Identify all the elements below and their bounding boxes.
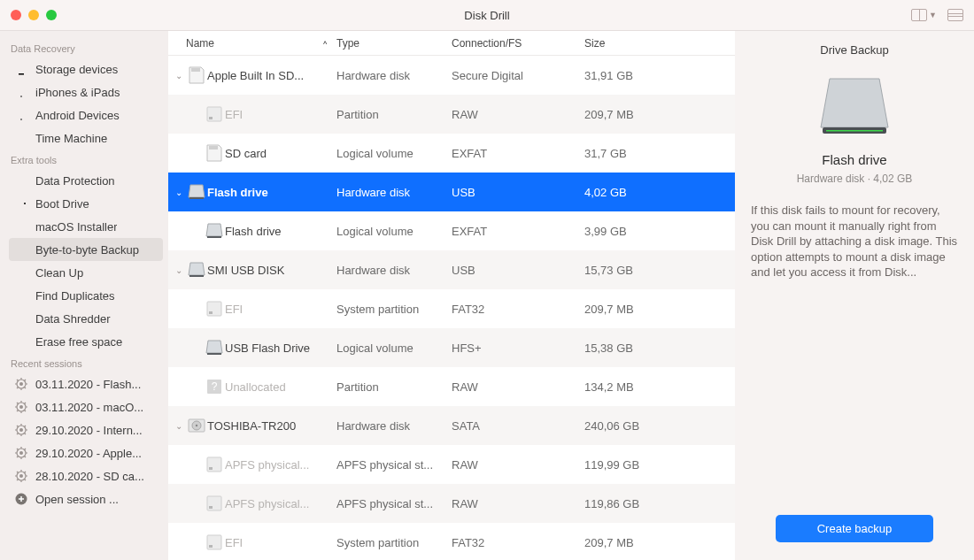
x-icon bbox=[14, 219, 28, 234]
row-type: Hardware disk bbox=[336, 264, 452, 277]
sidebar-item[interactable]: Data Protection bbox=[9, 169, 163, 192]
sidebar-item[interactable]: Clean Up bbox=[9, 261, 163, 284]
expand-toggle-icon[interactable]: ⌄ bbox=[172, 188, 186, 197]
row-connection: USB bbox=[452, 264, 578, 277]
phone-icon bbox=[14, 108, 28, 122]
row-name: Apple Built In SD... bbox=[207, 69, 336, 82]
column-connection[interactable]: Connection/FS bbox=[452, 37, 578, 50]
table-row[interactable]: UnallocatedPartitionRAW134,2 MB bbox=[168, 367, 735, 406]
table-row[interactable]: EFIPartitionRAW209,7 MB bbox=[168, 95, 735, 134]
sidebar-item[interactable]: Erase free space bbox=[9, 330, 163, 353]
disk-icon bbox=[204, 455, 225, 474]
sidebar-item[interactable]: Data Shredder bbox=[9, 307, 163, 330]
column-type[interactable]: Type bbox=[336, 37, 452, 50]
sidebar-item[interactable]: Time Machine bbox=[9, 127, 163, 150]
view-mode-columns-icon[interactable] bbox=[947, 9, 963, 21]
table-row[interactable]: ⌄Flash driveHardware diskUSB4,02 GB bbox=[168, 173, 735, 211]
zoom-window-button[interactable] bbox=[46, 10, 57, 20]
table-row[interactable]: EFISystem partitionFAT32209,7 MB bbox=[168, 523, 735, 560]
close-window-button[interactable] bbox=[11, 10, 21, 20]
row-connection: RAW bbox=[452, 108, 578, 121]
expand-toggle-icon[interactable]: ⌄ bbox=[172, 421, 186, 431]
sidebar-item[interactable]: 29.10.2020 - Apple... bbox=[9, 441, 163, 464]
sidebar-item-label: Data Shredder bbox=[35, 312, 111, 326]
row-name: SMI USB DISK bbox=[207, 264, 336, 277]
sidebar-item-label: 29.10.2020 - Apple... bbox=[35, 447, 142, 460]
sidebar-item[interactable]: 28.10.2020 - SD ca... bbox=[9, 464, 163, 487]
row-connection: RAW bbox=[452, 497, 578, 510]
minimize-window-button[interactable] bbox=[28, 10, 39, 20]
row-connection: EXFAT bbox=[452, 147, 578, 160]
disk-icon bbox=[186, 182, 207, 202]
row-name: TOSHIBA-TR200 bbox=[207, 419, 336, 433]
gear-icon bbox=[14, 423, 28, 437]
row-name: EFI bbox=[225, 536, 336, 549]
sidebar-item[interactable]: Find Duplicates bbox=[9, 284, 163, 307]
row-name: Flash drive bbox=[225, 225, 336, 238]
table-row[interactable]: SD cardLogical volumeEXFAT31,7 GB bbox=[168, 134, 735, 173]
row-name: Flash drive bbox=[207, 186, 336, 199]
row-type: System partition bbox=[336, 303, 452, 316]
window-title: Disk Drill bbox=[0, 9, 974, 22]
sidebar-item-label: 29.10.2020 - Intern... bbox=[35, 424, 143, 437]
disk-icon bbox=[204, 299, 225, 318]
table-row[interactable]: Flash driveLogical volumeEXFAT3,99 GB bbox=[168, 211, 735, 250]
table-row[interactable]: ⌄Apple Built In SD...Hardware diskSecure… bbox=[168, 56, 735, 95]
row-size: 15,73 GB bbox=[578, 264, 735, 277]
sort-caret-icon: ∧ bbox=[322, 40, 328, 45]
sidebar-item[interactable]: Byte-to-byte Backup bbox=[9, 238, 163, 261]
sidebar-item[interactable]: Boot Drive bbox=[9, 192, 163, 215]
detail-drive-sub: Hardware disk · 4,02 GB bbox=[797, 173, 913, 185]
row-type: APFS physical st... bbox=[336, 458, 452, 472]
row-size: 119,99 GB bbox=[578, 458, 735, 472]
sidebar-item[interactable]: Storage devices bbox=[9, 58, 163, 81]
drive-icon bbox=[14, 196, 28, 211]
column-name[interactable]: Name∧ bbox=[186, 37, 336, 50]
disk-icon bbox=[204, 377, 225, 396]
sidebar-item[interactable]: macOS Installer bbox=[9, 215, 163, 238]
sidebar-item-label: Clean Up bbox=[35, 266, 83, 280]
view-mode-list-icon[interactable] bbox=[911, 9, 927, 21]
sidebar-item[interactable]: iPhones & iPads bbox=[9, 81, 163, 104]
sidebar-item[interactable]: 03.11.2020 - Flash... bbox=[9, 372, 163, 395]
table-row[interactable]: APFS physical...APFS physical st...RAW11… bbox=[168, 484, 735, 523]
sidebar-item-label: Open session ... bbox=[35, 493, 119, 506]
table-row[interactable]: USB Flash DriveLogical volumeHFS+15,38 G… bbox=[168, 328, 735, 367]
row-connection: EXFAT bbox=[452, 225, 578, 238]
sidebar-item[interactable]: 03.11.2020 - macO... bbox=[9, 395, 163, 418]
chevron-down-icon[interactable]: ▼ bbox=[929, 11, 937, 19]
titlebar: Disk Drill ▼ bbox=[0, 0, 974, 31]
sidebar-item-label: Find Duplicates bbox=[35, 289, 115, 303]
row-name: APFS physical... bbox=[225, 458, 336, 472]
table-row[interactable]: EFISystem partitionFAT32209,7 MB bbox=[168, 289, 735, 328]
sidebar-item-label: 28.10.2020 - SD ca... bbox=[35, 470, 144, 483]
sidebar: Data RecoveryStorage devicesiPhones & iP… bbox=[0, 31, 168, 560]
row-type: Hardware disk bbox=[336, 186, 452, 199]
create-backup-button[interactable]: Create backup bbox=[776, 515, 933, 542]
row-connection: RAW bbox=[452, 458, 578, 472]
table-header: Name∧ Type Connection/FS Size bbox=[168, 31, 735, 56]
row-size: 31,7 GB bbox=[578, 147, 735, 160]
row-size: 15,38 GB bbox=[578, 341, 735, 355]
table-row[interactable]: APFS physical...APFS physical st...RAW11… bbox=[168, 445, 735, 484]
sidebar-item-label: Time Machine bbox=[35, 132, 107, 145]
clock-icon bbox=[14, 131, 28, 145]
disk-icon bbox=[186, 65, 207, 85]
detail-description: If this disk fails to mount for recovery… bbox=[751, 203, 958, 280]
row-size: 3,99 GB bbox=[578, 225, 735, 238]
expand-toggle-icon[interactable]: ⌄ bbox=[172, 265, 186, 275]
sidebar-item[interactable]: Open session ... bbox=[9, 487, 163, 510]
row-connection: USB bbox=[452, 186, 578, 199]
shield-icon bbox=[14, 173, 28, 188]
column-size[interactable]: Size bbox=[578, 37, 735, 50]
plus-icon bbox=[14, 492, 28, 506]
table-row[interactable]: ⌄TOSHIBA-TR200Hardware diskSATA240,06 GB bbox=[168, 406, 735, 445]
table-row[interactable]: ⌄SMI USB DISKHardware diskUSB15,73 GB bbox=[168, 250, 735, 289]
row-connection: RAW bbox=[452, 380, 578, 394]
row-size: 209,7 MB bbox=[578, 303, 735, 316]
expand-toggle-icon[interactable]: ⌄ bbox=[172, 71, 186, 81]
sidebar-item[interactable]: 29.10.2020 - Intern... bbox=[9, 418, 163, 441]
sidebar-item[interactable]: Android Devices bbox=[9, 104, 163, 127]
detail-panel: Drive Backup Flash drive Hardware disk ·… bbox=[735, 31, 974, 560]
sidebar-item-label: macOS Installer bbox=[35, 220, 117, 234]
